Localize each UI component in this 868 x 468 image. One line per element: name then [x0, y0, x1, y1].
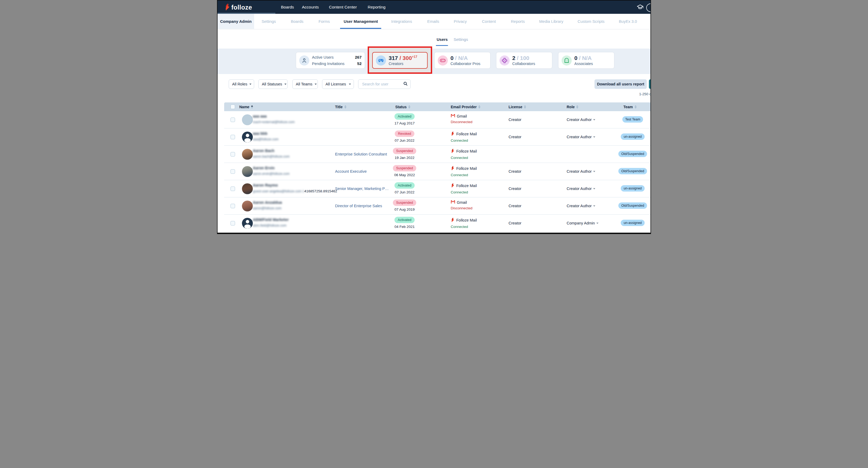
creators-current: 317	[389, 55, 398, 61]
user-identity: Aaron Anzalduaaaron@folloze.com	[253, 200, 282, 210]
column-header-name[interactable]: Name	[239, 105, 253, 109]
select-all-checkbox[interactable]	[230, 104, 235, 109]
teams-filter-dropdown[interactable]: All Teams	[292, 79, 318, 89]
search-input[interactable]	[362, 82, 403, 87]
subnav-item-emails[interactable]: Emails	[427, 19, 439, 24]
nav-item-content-center[interactable]: Content Center	[329, 5, 357, 9]
top-navbar: folloze Boards Accounts Content Center R…	[218, 1, 650, 14]
subnav-item-user-management[interactable]: User Management	[344, 19, 378, 24]
user-title-link[interactable]: Account Executive	[335, 169, 367, 174]
status-date: 04 Feb 2021	[387, 225, 422, 229]
tab-settings[interactable]: Settings	[454, 37, 468, 42]
license-cell: Creator	[508, 135, 521, 139]
provider-name: Folloze Mail	[456, 218, 477, 222]
role-dropdown[interactable]: Creator Author	[567, 118, 595, 122]
associates-current: 0	[574, 55, 578, 61]
subnav-item-media-library[interactable]: Media Library	[539, 19, 563, 24]
subnav-item-reports[interactable]: Reports	[511, 19, 525, 24]
status-cell: Revoked07 Jun 2022	[387, 128, 422, 146]
avatar	[242, 200, 253, 212]
status-date: 07 Jun 2022	[387, 190, 422, 194]
subnav-item-company-admin[interactable]: Company Admin	[220, 19, 252, 24]
user-avatar-partial[interactable]	[646, 3, 651, 12]
role-dropdown[interactable]: Company Admin	[567, 221, 598, 225]
row-checkbox[interactable]	[230, 118, 235, 122]
license-cell: Creator	[508, 187, 521, 191]
column-header-email-provider[interactable]: Email Provider	[451, 105, 480, 109]
academy-graduation-cap-icon[interactable]	[637, 4, 644, 12]
row-checkbox[interactable]	[230, 204, 235, 208]
row-checkbox[interactable]	[230, 135, 235, 139]
status-cell: Suspended19 Jan 2022	[387, 146, 422, 163]
folloze-mail-icon	[451, 165, 455, 171]
status-cell: Suspended06 May 2022	[387, 163, 422, 180]
user-title-link[interactable]: Director of Enterprise Sales	[335, 204, 382, 208]
email-provider-cell: GmailDisconnected	[451, 114, 472, 124]
row-checkbox[interactable]	[230, 152, 235, 157]
team-badge: un-assigned	[621, 185, 645, 192]
column-header-role[interactable]: Role	[567, 105, 578, 109]
avatar	[242, 166, 253, 177]
search-icon[interactable]	[403, 82, 408, 87]
avatar	[242, 114, 253, 125]
user-title-link[interactable]: Senior Manager, Marketing Pro…	[335, 187, 390, 191]
column-header-license[interactable]: License	[508, 105, 526, 109]
folloze-logo[interactable]: folloze	[224, 3, 252, 12]
nav-item-boards[interactable]: Boards	[281, 5, 294, 9]
column-header-team[interactable]: Team	[623, 105, 637, 109]
role-dropdown[interactable]: Creator Author	[567, 187, 595, 191]
nav-item-accounts[interactable]: Accounts	[302, 5, 319, 9]
user-title-link[interactable]: Enterprise Solution Consultant	[335, 152, 387, 156]
chevron-down-icon	[284, 84, 286, 85]
avatar	[242, 183, 253, 194]
download-users-report-button[interactable]: Download all users report	[594, 79, 647, 89]
subnav-item-settings[interactable]: Settings	[261, 19, 276, 24]
role-dropdown[interactable]: Creator Author	[567, 135, 595, 139]
subnav-item-boards[interactable]: Boards	[291, 19, 304, 24]
row-checkbox[interactable]	[230, 187, 235, 191]
admin-subnav: Company AdminSettingsBoardsFormsUser Man…	[218, 14, 650, 29]
role-dropdown[interactable]: Creator Author	[567, 169, 595, 174]
team-badge: Old/Suspended	[618, 151, 647, 157]
subnav-item-custom-scripts[interactable]: Custom Scripts	[578, 19, 604, 24]
column-header-title[interactable]: Title	[335, 105, 346, 109]
subnav-item-buyex-3-0[interactable]: BuyEx 3.0	[619, 19, 637, 24]
active-users-label: Active Users	[312, 55, 355, 59]
sort-icon	[408, 105, 410, 108]
column-header-status[interactable]: Status	[395, 105, 410, 109]
status-cell: Activated04 Feb 2021	[387, 215, 422, 232]
provider-name: Folloze Mail	[456, 166, 477, 170]
provider-connection-state: Connected	[451, 225, 477, 229]
default-avatar	[242, 218, 253, 229]
invite-users-button-cutoff[interactable]	[649, 79, 651, 89]
roles-filter-dropdown[interactable]: All Roles	[229, 79, 254, 89]
statuses-filter-dropdown[interactable]: All Statuses	[258, 79, 287, 89]
provider-connection-state: Connected	[451, 138, 477, 143]
chevron-down-icon	[593, 119, 595, 120]
table-row: aaa aaatsach+external@folloze.comActivat…	[224, 111, 651, 128]
license-cell: Creator	[508, 221, 521, 225]
row-checkbox[interactable]	[230, 221, 235, 225]
sort-icon	[344, 105, 346, 108]
tab-users[interactable]: Users	[437, 37, 448, 42]
licenses-filter-dropdown[interactable]: All Licenses	[322, 79, 354, 89]
email-provider-cell: GmailDisconnected	[451, 200, 472, 210]
subnav-item-content[interactable]: Content	[482, 19, 496, 24]
chevron-down-icon	[593, 171, 595, 172]
subnav-item-forms[interactable]: Forms	[319, 19, 330, 24]
role-dropdown[interactable]: Creator Author	[567, 204, 595, 208]
row-checkbox[interactable]	[230, 169, 235, 174]
user-identity: Aaron Bachaaron.bach@folloze.com	[253, 149, 289, 158]
user-name: Aaron Raymo	[253, 183, 337, 187]
active-users-count: 267	[355, 55, 362, 59]
table-header: Name Title Status Email Provider License…	[224, 102, 651, 111]
status-badge: Revoked	[395, 130, 414, 137]
status-badge: Suspended	[393, 148, 416, 154]
chevron-down-icon	[593, 188, 595, 189]
nav-item-reporting[interactable]: Reporting	[368, 5, 385, 9]
pending-invitations-label: Pending Invitations	[312, 62, 357, 66]
subnav-item-integrations[interactable]: Integrations	[391, 19, 412, 24]
chevron-down-icon	[249, 84, 251, 85]
user-email: abm.field@folloze.com	[253, 224, 289, 227]
subnav-item-privacy[interactable]: Privacy	[454, 19, 467, 24]
